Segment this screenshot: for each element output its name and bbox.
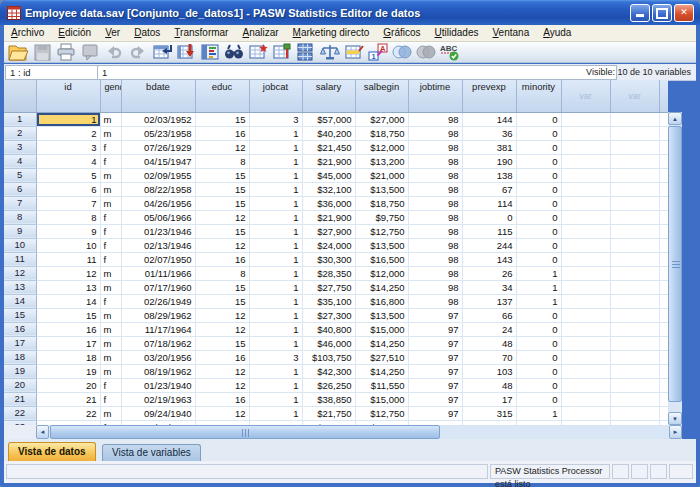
row-header-15[interactable]: 15	[4, 308, 36, 322]
cell-salary[interactable]: $32,100	[302, 182, 355, 196]
cell-jobcat[interactable]: 1	[249, 168, 302, 182]
cell-bdate[interactable]: 07/17/1960	[121, 280, 195, 294]
cell-jobtime[interactable]: 97	[408, 350, 462, 364]
cell-id[interactable]: 18	[36, 350, 100, 364]
cell-educ[interactable]: 15	[195, 294, 249, 308]
cell-salbegin[interactable]: $13,500	[355, 308, 408, 322]
cell-jobtime[interactable]: 98	[408, 224, 462, 238]
cell-educ[interactable]: 15	[195, 196, 249, 210]
cell-gender[interactable]: m	[100, 182, 121, 196]
cell-minority[interactable]: 0	[516, 378, 561, 392]
cell-salbegin[interactable]: $27,000	[355, 112, 408, 126]
cell-gender[interactable]: f	[100, 224, 121, 238]
cell-gender[interactable]: f	[100, 238, 121, 252]
cell-var[interactable]	[561, 378, 610, 392]
cell-prevexp[interactable]: 34	[462, 280, 516, 294]
menu-item-edici-n[interactable]: Edición	[51, 25, 98, 41]
cell-jobtime[interactable]: 98	[408, 168, 462, 182]
cell-bdate[interactable]: 02/03/1952	[121, 112, 195, 126]
cell-prevexp[interactable]: 48	[462, 378, 516, 392]
scroll-down-arrow-icon[interactable]: ▼	[668, 412, 682, 425]
cell-jobcat[interactable]: 3	[249, 350, 302, 364]
horizontal-scrollbar-thumb[interactable]	[50, 425, 440, 439]
column-header-minority[interactable]: minority	[516, 80, 561, 112]
spell-check-icon[interactable]: ABC	[439, 42, 461, 62]
cell-id[interactable]: 8	[36, 210, 100, 224]
cell-bdate[interactable]: 02/07/1950	[121, 252, 195, 266]
cell-minority[interactable]: 0	[516, 140, 561, 154]
cell-var[interactable]	[610, 252, 659, 266]
cell-educ[interactable]: 15	[195, 182, 249, 196]
cell-educ[interactable]: 12	[195, 378, 249, 392]
row-header-20[interactable]: 20	[4, 378, 36, 392]
cell-prevexp[interactable]: 315	[462, 406, 516, 420]
row-header-12[interactable]: 12	[4, 266, 36, 280]
cell-minority[interactable]: 0	[516, 112, 561, 126]
cell-jobcat[interactable]: 1	[249, 196, 302, 210]
cell-bdate[interactable]: 08/19/1962	[121, 364, 195, 378]
cell-id[interactable]: 16	[36, 322, 100, 336]
tab-vista-de-datos[interactable]: Vista de datos	[8, 442, 96, 461]
cell-jobcat[interactable]: 1	[249, 140, 302, 154]
cell-gender[interactable]: m	[100, 308, 121, 322]
cell-bdate[interactable]: 05/06/1966	[121, 210, 195, 224]
cell-salary[interactable]: $57,000	[302, 112, 355, 126]
cell-bdate[interactable]: 07/18/1962	[121, 336, 195, 350]
cell-jobcat[interactable]: 1	[249, 266, 302, 280]
cell-bdate[interactable]: 08/29/1962	[121, 308, 195, 322]
column-header-var-2[interactable]: var	[610, 80, 659, 112]
cell-var[interactable]	[561, 294, 610, 308]
cell-bdate[interactable]: 09/24/1940	[121, 406, 195, 420]
cell-salary[interactable]: $38,850	[302, 392, 355, 406]
cell-id[interactable]: 13	[36, 280, 100, 294]
cell-prevexp[interactable]: 144	[462, 112, 516, 126]
column-header-salary[interactable]: salary	[302, 80, 355, 112]
menu-item-datos[interactable]: Datos	[127, 25, 167, 41]
cell-gender[interactable]: f	[100, 392, 121, 406]
cell-salary[interactable]: $103,750	[302, 350, 355, 364]
menu-item-ver[interactable]: Ver	[98, 25, 127, 41]
cell-var[interactable]	[561, 364, 610, 378]
cell-jobtime[interactable]: 97	[408, 406, 462, 420]
cell-educ[interactable]: 16	[195, 392, 249, 406]
value-labels-icon[interactable]: A1	[367, 42, 389, 62]
minimize-button[interactable]	[630, 4, 650, 22]
cell-salbegin[interactable]: $13,500	[355, 238, 408, 252]
column-header-educ[interactable]: educ	[195, 80, 249, 112]
column-header-var-1[interactable]: var	[561, 80, 610, 112]
cell-salbegin[interactable]: $14,250	[355, 364, 408, 378]
cell-jobcat[interactable]: 1	[249, 238, 302, 252]
row-header-2[interactable]: 2	[4, 126, 36, 140]
cell-prevexp[interactable]: 103	[462, 364, 516, 378]
cell-educ[interactable]: 12	[195, 238, 249, 252]
cell-educ[interactable]: 16	[195, 126, 249, 140]
cell-var[interactable]	[610, 224, 659, 238]
cell-minority[interactable]: 0	[516, 196, 561, 210]
cell-salary[interactable]: $45,000	[302, 168, 355, 182]
cell-bdate[interactable]: 04/15/1947	[121, 154, 195, 168]
cell-gender[interactable]: m	[100, 336, 121, 350]
cell-jobtime[interactable]: 98	[408, 196, 462, 210]
cell-prevexp[interactable]: 114	[462, 196, 516, 210]
cell-minority[interactable]: 0	[516, 126, 561, 140]
column-header-bdate[interactable]: bdate	[121, 80, 195, 112]
cell-jobtime[interactable]: 97	[408, 392, 462, 406]
cell-var[interactable]	[610, 350, 659, 364]
split-file-icon[interactable]	[295, 42, 317, 62]
cell-jobcat[interactable]: 1	[249, 252, 302, 266]
cell-gender[interactable]: f	[100, 140, 121, 154]
menu-item-utilidades[interactable]: Utilidades	[428, 25, 486, 41]
row-header-8[interactable]: 8	[4, 210, 36, 224]
cell-jobtime[interactable]: 98	[408, 294, 462, 308]
cell-jobtime[interactable]: 98	[408, 154, 462, 168]
cell-prevexp[interactable]: 24	[462, 322, 516, 336]
cell-salbegin[interactable]: $15,000	[355, 322, 408, 336]
cell-minority[interactable]: 0	[516, 308, 561, 322]
cell-id[interactable]: 2	[36, 126, 100, 140]
cell-var[interactable]	[561, 210, 610, 224]
cell-jobtime[interactable]: 97	[408, 308, 462, 322]
cell-jobcat[interactable]: 3	[249, 112, 302, 126]
cell-jobcat[interactable]: 1	[249, 378, 302, 392]
cell-var[interactable]	[610, 322, 659, 336]
column-header-jobtime[interactable]: jobtime	[408, 80, 462, 112]
